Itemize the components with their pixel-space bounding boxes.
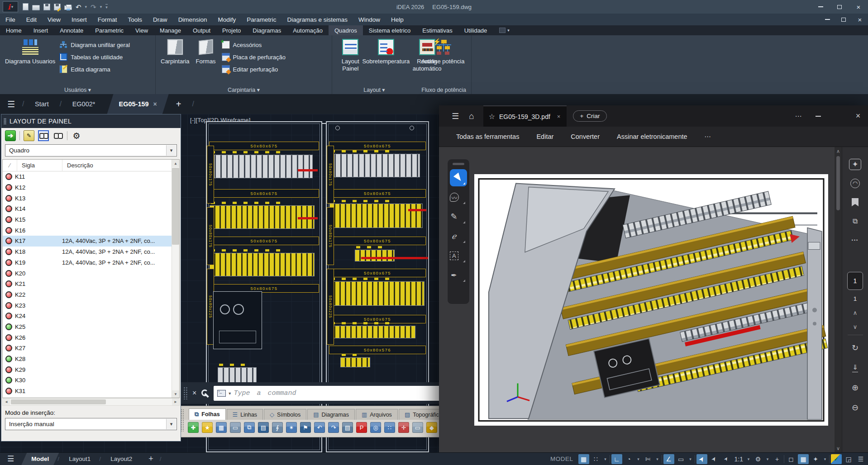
status-toggle-button[interactable] xyxy=(695,455,695,463)
sidebar-view-icon[interactable] xyxy=(846,399,864,416)
acrobat-close-button[interactable]: × xyxy=(848,105,868,127)
status-toggle-button[interactable]: ➤ xyxy=(709,454,720,464)
status-toggle-button[interactable]: ✄ xyxy=(643,454,653,464)
app-logo-button[interactable]: i ▾ xyxy=(3,1,18,12)
panel-tool-button[interactable] xyxy=(67,131,67,140)
component-row[interactable]: K28 xyxy=(3,354,172,365)
sidebar-view-icon[interactable] xyxy=(846,380,864,396)
doc-minimize-button[interactable] xyxy=(819,14,835,25)
acrobat-menu-icon[interactable]: ☰ xyxy=(447,111,463,121)
ribbon-tab[interactable]: Diagramas xyxy=(247,25,287,35)
status-toggle-button[interactable]: ➤ xyxy=(696,454,707,464)
component-row[interactable]: K20 xyxy=(3,268,172,279)
status-toggle-button[interactable]: + xyxy=(772,454,782,464)
close-button[interactable]: × xyxy=(849,0,868,14)
ribbon-small-button[interactable]: Placa de perfuração xyxy=(222,53,286,61)
status-toggle-button[interactable] xyxy=(829,455,830,463)
component-row[interactable]: K17 12A, 440Vac, 3P + 2NA + 2NF, co... xyxy=(3,236,172,247)
current-page-thumbnail[interactable]: 1 xyxy=(847,272,863,290)
scroll-down-icon[interactable]: ∨ xyxy=(836,444,840,452)
next-page-icon[interactable]: ∨ xyxy=(853,323,858,330)
ribbon-big-button[interactable]: Sobretemperatura xyxy=(366,37,406,84)
status-toggle-button[interactable]: ▾ xyxy=(822,454,828,464)
sidebar-view-icon[interactable] xyxy=(846,360,864,376)
status-toggle-button[interactable] xyxy=(662,455,662,463)
palette-tool-button[interactable]: ◎ xyxy=(370,422,381,433)
component-row[interactable]: K14 xyxy=(3,204,172,214)
status-toggle-button[interactable]: ▾ xyxy=(746,454,751,464)
component-row[interactable]: K15 xyxy=(3,214,172,225)
status-toggle-button[interactable]: 1:1 xyxy=(733,454,744,464)
sidebar-tool-icon[interactable] xyxy=(846,194,864,210)
status-toggle-button[interactable]: ▾ xyxy=(603,454,608,464)
vertical-scrollbar[interactable]: ▲ ▼ xyxy=(172,160,179,398)
ribbon-tab[interactable]: Sistema eletrico xyxy=(363,25,416,35)
column-sigla[interactable]: Sigla xyxy=(17,160,62,171)
menu-item[interactable]: Window xyxy=(353,14,386,25)
ribbon-tab[interactable]: View xyxy=(129,25,154,35)
sidebar-tool-icon[interactable] xyxy=(846,156,864,172)
status-toggle-button[interactable] xyxy=(784,455,784,463)
acrobat-tool-button[interactable] xyxy=(450,228,467,245)
component-row[interactable]: K30 xyxy=(3,375,172,386)
palette-tab[interactable]: ⧉ Folhas xyxy=(189,408,226,420)
statusbar-menu-icon[interactable]: ☰ xyxy=(0,454,21,464)
undo-icon[interactable]: ↶ xyxy=(76,4,81,10)
status-toggle-button[interactable]: ✦ xyxy=(810,454,821,464)
ribbon-group-label[interactable]: Usuários ▾ xyxy=(0,86,155,93)
status-toggle-button[interactable]: ☰ xyxy=(855,454,866,464)
star-icon[interactable]: ☆ xyxy=(489,112,495,121)
menu-item[interactable]: Diagramas e sistemas xyxy=(281,14,353,25)
ribbon-tab[interactable]: Insert xyxy=(28,25,54,35)
scroll-up-icon[interactable]: ▲ xyxy=(172,160,179,167)
close-tab-icon[interactable]: × xyxy=(557,113,561,120)
scroll-right-icon[interactable]: ► xyxy=(172,399,179,405)
ribbon-tab[interactable]: Home xyxy=(0,25,28,35)
component-row[interactable]: K27 xyxy=(3,343,172,354)
doc-close-button[interactable]: × xyxy=(852,14,868,25)
ribbon-small-button[interactable]: Tabelas de utilidade xyxy=(59,53,130,61)
doc-restore-button[interactable] xyxy=(835,14,852,25)
layout-tab[interactable]: Layout2 xyxy=(100,453,142,465)
column-descricao[interactable]: Descrição xyxy=(62,162,172,169)
scroll-left-icon[interactable]: ◄ xyxy=(3,399,10,405)
ribbon-big-button[interactable]: Diagrama Usuarios xyxy=(3,37,57,84)
horizontal-scrollbar[interactable]: ◄ ► xyxy=(2,398,180,406)
menu-item[interactable]: Insert xyxy=(66,14,92,25)
palette-tool-button[interactable]: ↷ xyxy=(328,422,339,433)
command-history-icon[interactable]: ▾ xyxy=(229,391,231,396)
status-toggle-button[interactable]: ▾ xyxy=(765,454,770,464)
palette-tool-button[interactable]: ∷ xyxy=(384,422,395,433)
palette-tab[interactable]: ☰ Linhas xyxy=(227,409,263,420)
more-options-icon[interactable]: ⋯ xyxy=(788,105,808,127)
ribbon-tab[interactable]: Projeto xyxy=(216,25,247,35)
pdf-scrollbar[interactable]: ∧ ∨ xyxy=(835,147,842,452)
redo-menu-icon[interactable]: ▾ xyxy=(100,5,102,9)
palette-tool-button[interactable]: ✛ xyxy=(398,422,409,433)
palette-tool-button[interactable]: ★ xyxy=(202,422,213,433)
save-as-icon[interactable] xyxy=(54,4,61,10)
acrobat-tool-button[interactable] xyxy=(450,266,467,284)
panel-tool-button[interactable]: ➔ xyxy=(5,130,16,141)
insertion-mode-select[interactable]: Inserção manual ▾ xyxy=(5,418,177,430)
ribbon-tab[interactable]: Automação xyxy=(287,25,329,35)
document-tab[interactable]: Start xyxy=(23,94,61,114)
pdf-document-tab[interactable]: ☆ EG05-159_3D.pdf × xyxy=(483,105,567,127)
close-command-bar-icon[interactable]: × xyxy=(192,389,196,397)
create-button[interactable]: +Criar xyxy=(573,110,606,122)
ribbon-group-label[interactable]: Carpintaria ▾ xyxy=(156,86,332,93)
palette-tool-button[interactable]: ↶ xyxy=(314,422,325,433)
scroll-up-icon[interactable]: ∧ xyxy=(836,147,840,155)
acrobat-maximize-button[interactable] xyxy=(828,105,848,127)
status-toggle-button[interactable]: ▦ xyxy=(798,454,809,464)
component-row[interactable]: K25 xyxy=(3,322,172,332)
status-toggle-button[interactable]: ▾ xyxy=(636,454,641,464)
undo-menu-icon[interactable]: ▾ xyxy=(85,5,87,9)
ribbon-small-button[interactable]: Editar perfuração xyxy=(222,65,286,73)
layout-tab[interactable]: Layout1 xyxy=(59,453,100,465)
menu-item[interactable]: Tools xyxy=(123,14,148,25)
component-row[interactable]: K11 xyxy=(3,171,172,182)
palette-tool-button[interactable]: P xyxy=(356,422,367,433)
component-row[interactable]: K12 xyxy=(3,182,172,193)
layout-tab[interactable]: Model xyxy=(21,453,59,465)
